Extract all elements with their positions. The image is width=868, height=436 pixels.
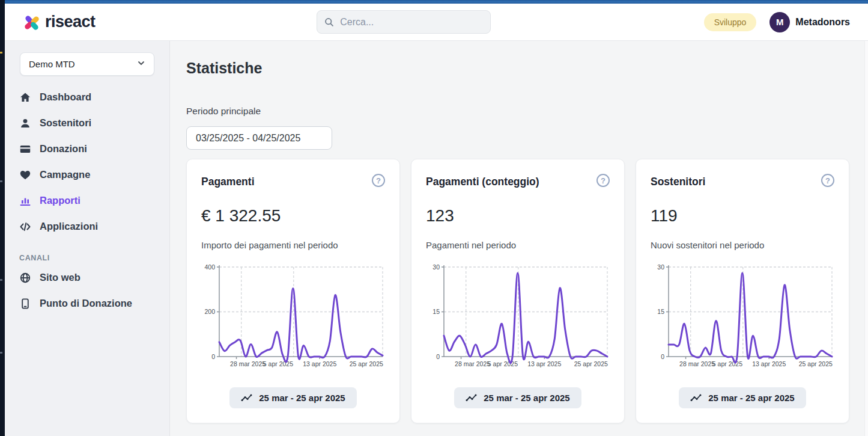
chart-range-button[interactable]: 25 mar - 25 apr 2025 [454, 387, 581, 408]
search-icon [324, 17, 334, 28]
chart-range-label: 25 mar - 25 apr 2025 [484, 393, 569, 403]
card-sostenitori: Sostenitori ? 119 Nuovi sostenitori nel … [636, 159, 849, 423]
edge-artifact [0, 52, 2, 54]
global-search[interactable] [317, 10, 491, 34]
line-chart-pagamenti: 020040028 mar 20255 apr 202513 apr 20252… [201, 261, 385, 372]
line-chart-sostenitori: 0153028 mar 20255 apr 202513 apr 202525 … [651, 261, 834, 372]
organization-selector[interactable]: Demo MTD [20, 52, 154, 76]
edge-artifact [0, 352, 2, 354]
card-title: Pagamenti [201, 174, 255, 188]
user-name: Metadonors [795, 17, 850, 28]
bar-chart-icon [19, 195, 31, 207]
sidebar-item-label: Applicazioni [40, 220, 98, 233]
brand-name: riseact [45, 13, 96, 31]
svg-text:25 apr 2025: 25 apr 2025 [574, 360, 608, 367]
home-icon [19, 91, 31, 103]
svg-text:28 mar 2025: 28 mar 2025 [679, 360, 715, 367]
help-icon[interactable]: ? [596, 174, 610, 187]
riseact-logo-icon [23, 13, 41, 31]
sidebar-item-label: Rapporti [40, 194, 80, 207]
svg-text:15: 15 [657, 308, 664, 315]
sidebar-item-dashboard[interactable]: Dashboard [5, 84, 169, 110]
trend-line-icon [690, 393, 702, 402]
chart-range-label: 25 mar - 25 apr 2025 [259, 393, 345, 403]
sidebar-item-donazioni[interactable]: Donazioni [5, 136, 169, 162]
chart-range-button[interactable]: 25 mar - 25 apr 2025 [229, 387, 356, 408]
sidebar-item-label: Donazioni [40, 142, 87, 156]
card-pagamenti: Pagamenti ? € 1 322.55 Importo dei pagam… [186, 159, 400, 423]
svg-text:5 apr 2025: 5 apr 2025 [712, 360, 742, 367]
sidebar-item-rapporti[interactable]: Rapporti [5, 188, 169, 213]
card-value: 123 [426, 206, 610, 226]
card-title: Sostenitori [651, 174, 705, 188]
svg-text:25 apr 2025: 25 apr 2025 [350, 360, 383, 367]
help-icon[interactable]: ? [372, 174, 385, 187]
card-pagamenti-conteggio: Pagamenti (conteggio) ? 123 Pagamenti ne… [411, 159, 625, 423]
trend-line-icon [466, 393, 477, 402]
riseact-logo[interactable]: riseact [23, 13, 96, 31]
period-date-range-input[interactable]: 03/25/2025 - 04/25/2025 [186, 126, 332, 150]
svg-text:30: 30 [432, 263, 440, 271]
organization-name: Demo MTD [29, 59, 75, 69]
card-value: € 1 322.55 [201, 206, 385, 226]
mobile-icon [19, 298, 31, 310]
top-navbar: riseact Sviluppo M Metadonors [5, 4, 868, 41]
svg-text:13 apr 2025: 13 apr 2025 [527, 360, 561, 367]
svg-text:200: 200 [204, 308, 215, 315]
edge-artifact [0, 180, 2, 182]
card-subtitle: Pagamenti nel periodo [426, 240, 610, 250]
browser-accent-bar [5, 0, 868, 4]
sidebar-item-campagne[interactable]: Campagne [5, 162, 169, 188]
avatar[interactable]: M [769, 12, 790, 32]
svg-text:28 mar 2025: 28 mar 2025 [230, 360, 266, 367]
sidebar-item-sostenitori[interactable]: Sostenitori [5, 110, 169, 136]
sidebar-item-applicazioni[interactable]: Applicazioni [5, 213, 169, 239]
svg-text:13 apr 2025: 13 apr 2025 [303, 360, 336, 367]
credit-card-icon [19, 143, 31, 155]
scrollbar-track[interactable] [864, 41, 868, 436]
svg-text:0: 0 [661, 353, 664, 360]
sidebar-item-label: Campagne [40, 168, 90, 182]
sidebar-section-canali: CANALI [19, 254, 155, 262]
search-input[interactable] [340, 17, 483, 28]
chart-range-button[interactable]: 25 mar - 25 apr 2025 [679, 387, 806, 408]
sidebar-item-label: Dashboard [40, 90, 91, 104]
svg-text:25 apr 2025: 25 apr 2025 [799, 360, 833, 367]
window-edge-strip [0, 0, 5, 436]
environment-badge[interactable]: Sviluppo [704, 13, 757, 31]
sidebar-item-label: Punto di Donazione [40, 296, 132, 310]
sidebar-item-label: Sito web [40, 271, 80, 284]
svg-text:0: 0 [211, 353, 215, 360]
stat-cards-row: Pagamenti ? € 1 322.55 Importo dei pagam… [186, 159, 849, 423]
user-menu[interactable]: M Metadonors [769, 12, 850, 32]
sidebar-nav: Dashboard Sostenitori Donazioni Campagne… [5, 84, 169, 316]
svg-text:400: 400 [204, 263, 215, 271]
svg-text:5 apr 2025: 5 apr 2025 [488, 360, 518, 367]
heart-icon [19, 169, 31, 181]
page-title: Statistiche [186, 60, 849, 77]
period-date-range-value: 03/25/2025 - 04/25/2025 [196, 133, 300, 144]
line-chart-pagamenti-conteggio: 0153028 mar 20255 apr 202513 apr 202525 … [426, 261, 610, 372]
svg-text:13 apr 2025: 13 apr 2025 [752, 360, 786, 367]
code-icon [19, 221, 31, 233]
help-icon[interactable]: ? [821, 174, 834, 187]
main-content: Statistiche Periodo principale 03/25/202… [170, 41, 868, 436]
period-label: Periodo principale [186, 106, 849, 117]
svg-text:5 apr 2025: 5 apr 2025 [263, 360, 293, 367]
chart-range-label: 25 mar - 25 apr 2025 [708, 393, 794, 403]
card-subtitle: Nuovi sostenitori nel periodo [651, 240, 834, 250]
card-subtitle: Importo dei pagamenti nel periodo [201, 240, 385, 250]
card-title: Pagamenti (conteggio) [426, 174, 539, 188]
sidebar-item-punto-di-donazione[interactable]: Punto di Donazione [5, 290, 169, 316]
trend-line-icon [241, 393, 252, 402]
sidebar-item-sito-web[interactable]: Sito web [5, 265, 169, 290]
card-value: 119 [651, 206, 834, 226]
svg-text:0: 0 [436, 353, 440, 360]
edge-artifact [0, 279, 2, 281]
chevron-down-icon [137, 59, 145, 69]
svg-text:30: 30 [657, 263, 664, 271]
sidebar-item-label: Sostenitori [40, 116, 91, 130]
svg-text:15: 15 [432, 308, 440, 315]
svg-text:28 mar 2025: 28 mar 2025 [455, 360, 490, 367]
sidebar: Demo MTD Dashboard Sostenitori Donazioni [5, 41, 170, 436]
